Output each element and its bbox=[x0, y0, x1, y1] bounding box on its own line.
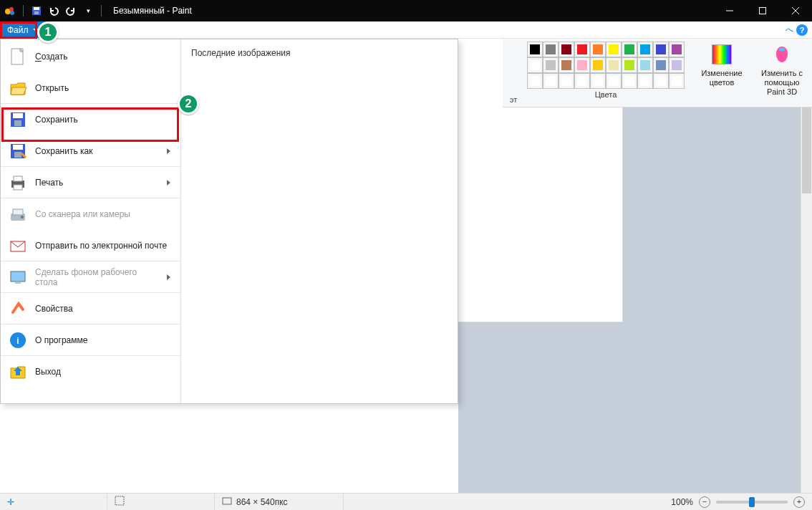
svg-rect-4 bbox=[34, 7, 39, 10]
color-swatch[interactable] bbox=[653, 73, 669, 89]
annotation-badge-2: 2 bbox=[178, 93, 199, 115]
qat-undo-icon[interactable] bbox=[48, 5, 59, 16]
svg-rect-22 bbox=[13, 209, 23, 215]
app-icon bbox=[4, 5, 16, 16]
color-swatch[interactable] bbox=[606, 73, 622, 89]
edit-colors-button[interactable]: Изменение цветов bbox=[692, 39, 752, 107]
svg-text:i: i bbox=[16, 336, 19, 346]
help-icon[interactable]: ? bbox=[796, 24, 808, 36]
collapse-ribbon-icon[interactable]: へ bbox=[786, 24, 793, 35]
desktop-icon bbox=[8, 267, 28, 287]
color-swatch[interactable] bbox=[606, 57, 622, 73]
file-menu-item-print[interactable]: Печать bbox=[1, 167, 180, 198]
color-swatch[interactable] bbox=[590, 73, 606, 89]
file-menu-item-mail[interactable]: Отправить по электронной почте bbox=[1, 230, 180, 261]
about-icon: i bbox=[8, 330, 28, 350]
canvas[interactable] bbox=[458, 107, 623, 322]
image-size-icon bbox=[222, 496, 232, 508]
color-swatch[interactable] bbox=[590, 42, 606, 57]
menu-item-label: О программе bbox=[35, 335, 173, 345]
color-swatch[interactable] bbox=[637, 42, 653, 57]
canvas-dimensions: 864 × 540пкс bbox=[236, 497, 288, 507]
color-swatch[interactable] bbox=[574, 73, 590, 89]
paint-3d-label: Изменить с помощью Paint 3D bbox=[755, 69, 809, 97]
paint-3d-button[interactable]: Изменить с помощью Paint 3D bbox=[752, 39, 812, 107]
selection-size-icon bbox=[115, 496, 125, 508]
svg-point-1 bbox=[9, 7, 14, 11]
file-menu-item-open[interactable]: Открыть bbox=[1, 72, 180, 104]
color-swatch[interactable] bbox=[543, 42, 559, 57]
window-minimize-button[interactable] bbox=[713, 0, 746, 21]
edit-colors-label: Изменение цветов bbox=[701, 69, 742, 87]
color-swatch[interactable] bbox=[527, 73, 543, 89]
window-maximize-button[interactable] bbox=[746, 0, 779, 21]
svg-rect-20 bbox=[14, 185, 22, 190]
color-swatch[interactable] bbox=[543, 57, 559, 73]
svg-rect-7 bbox=[760, 8, 766, 14]
file-menu-item-save[interactable]: Сохранить bbox=[1, 104, 180, 135]
color-swatch[interactable] bbox=[543, 73, 559, 89]
color-swatch[interactable] bbox=[669, 73, 685, 89]
props-icon bbox=[8, 299, 28, 319]
file-menu-item-props[interactable]: Свойства bbox=[1, 293, 180, 324]
window-title: Безымянный - Paint bbox=[113, 6, 192, 16]
file-menu-item-new[interactable]: Создать bbox=[1, 41, 180, 72]
file-menu-item-saveas[interactable]: Сохранить как bbox=[1, 135, 180, 167]
svg-rect-16 bbox=[13, 145, 23, 150]
qat-redo-icon[interactable] bbox=[65, 5, 77, 16]
window-close-button[interactable] bbox=[779, 0, 812, 21]
color-swatch[interactable] bbox=[669, 42, 685, 57]
ribbon-cut-label: эт bbox=[503, 39, 524, 107]
zoom-in-button[interactable]: + bbox=[793, 496, 805, 508]
color-swatch[interactable] bbox=[653, 57, 669, 73]
recent-files-header: Последние изображения bbox=[191, 48, 448, 58]
color-swatch[interactable] bbox=[622, 73, 637, 89]
zoom-slider[interactable] bbox=[716, 501, 788, 504]
color-palette[interactable] bbox=[527, 42, 685, 89]
menu-item-label: Свойства bbox=[35, 304, 173, 314]
color-swatch[interactable] bbox=[527, 57, 543, 73]
color-swatch[interactable] bbox=[527, 42, 543, 57]
submenu-arrow-icon bbox=[167, 274, 170, 280]
color-swatch[interactable] bbox=[622, 42, 637, 57]
zoom-percent: 100% bbox=[671, 497, 693, 507]
color-swatch[interactable] bbox=[574, 57, 590, 73]
color-swatch[interactable] bbox=[559, 73, 574, 89]
file-menu: СоздатьОткрытьСохранитьСохранить какПеча… bbox=[0, 39, 458, 404]
color-swatch[interactable] bbox=[653, 42, 669, 57]
save-icon bbox=[8, 110, 28, 130]
scanner-icon bbox=[8, 204, 28, 224]
color-swatch[interactable] bbox=[574, 42, 590, 57]
menu-item-label: Сохранить bbox=[35, 115, 173, 125]
color-swatch[interactable] bbox=[637, 57, 653, 73]
qat-customize-icon[interactable]: ▾ bbox=[82, 5, 94, 16]
vertical-scrollbar[interactable] bbox=[801, 107, 812, 493]
color-swatch[interactable] bbox=[622, 57, 637, 73]
svg-rect-19 bbox=[14, 176, 22, 181]
file-menu-item-exit[interactable]: Выход bbox=[1, 356, 180, 388]
svg-rect-26 bbox=[15, 282, 21, 284]
file-menu-item-about[interactable]: iО программе bbox=[1, 324, 180, 356]
svg-rect-25 bbox=[11, 271, 25, 282]
color-swatch[interactable] bbox=[559, 57, 574, 73]
menu-item-label: Создать bbox=[35, 52, 173, 62]
qat-save-icon[interactable] bbox=[31, 5, 42, 16]
title-bar: ▾ Безымянный - Paint bbox=[0, 0, 812, 21]
svg-point-2 bbox=[10, 11, 14, 15]
saveas-icon bbox=[8, 141, 28, 161]
color-swatch[interactable] bbox=[606, 42, 622, 57]
svg-point-10 bbox=[779, 48, 785, 52]
color-swatch[interactable] bbox=[669, 57, 685, 73]
submenu-arrow-icon bbox=[167, 180, 170, 186]
color-swatch[interactable] bbox=[590, 57, 606, 73]
zoom-out-button[interactable]: − bbox=[699, 496, 710, 508]
color-swatch[interactable] bbox=[559, 42, 574, 57]
file-menu-item-desktop: Сделать фоном рабочего стола bbox=[1, 261, 180, 293]
canvas-workspace[interactable] bbox=[458, 107, 801, 493]
svg-point-23 bbox=[21, 216, 24, 218]
color-swatch[interactable] bbox=[637, 73, 653, 89]
menu-item-label: Со сканера или камеры bbox=[35, 209, 173, 219]
submenu-arrow-icon bbox=[167, 148, 170, 154]
paint3d-icon bbox=[770, 43, 793, 66]
svg-rect-14 bbox=[14, 120, 21, 126]
